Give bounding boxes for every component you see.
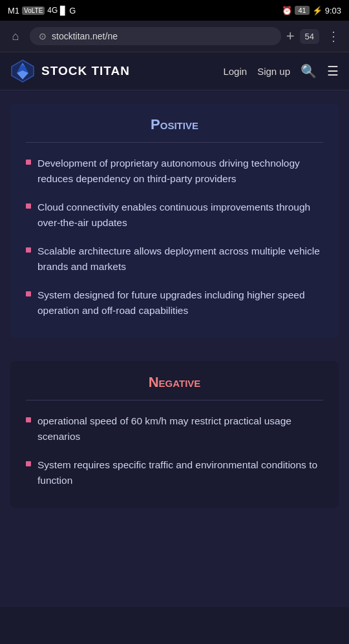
volte-badge: VoLTE (22, 6, 45, 15)
g-icon: G (69, 6, 76, 16)
search-icon[interactable]: 🔍 (301, 63, 317, 79)
logo-area[interactable]: STOCK TITAN (10, 59, 215, 83)
bullet-text: operational speed of 60 km/h may restric… (37, 413, 323, 444)
negative-section: Negative operational speed of 60 km/h ma… (10, 361, 339, 508)
bullet-text: System requires specific traffic and env… (37, 457, 323, 488)
list-item: System requires specific traffic and env… (26, 457, 323, 488)
signup-link[interactable]: Sign up (257, 66, 290, 77)
logo-text: STOCK TITAN (41, 64, 130, 78)
bullet-icon (26, 247, 31, 253)
section-spacer (0, 338, 349, 351)
network-4g: 4G (47, 6, 58, 15)
bullet-icon (26, 291, 31, 296)
site-security-icon: ⊙ (39, 31, 47, 41)
main-content: Positive Development of proprietary auto… (0, 90, 349, 607)
bullet-text: System designed for future upgrades incl… (37, 287, 323, 318)
header-nav: Login Sign up 🔍 ☰ (223, 63, 339, 79)
bullet-text: Scalable architecture allows deployment … (37, 244, 323, 275)
home-button[interactable]: ⌂ (6, 27, 25, 45)
list-item: operational speed of 60 km/h may restric… (26, 413, 323, 444)
bullet-icon (26, 160, 31, 165)
negative-divider (26, 400, 323, 400)
list-item: Cloud connectivity enables continuous im… (26, 200, 323, 231)
status-right: ⏰ 41 ⚡ 9:03 (282, 6, 341, 16)
positive-section-title: Positive (26, 116, 323, 133)
tab-count-button[interactable]: 54 (300, 29, 319, 44)
bullet-icon (26, 203, 31, 209)
signal-icon: ▊ (60, 6, 67, 16)
logo-icon (10, 59, 35, 83)
browser-more-button[interactable]: ⋮ (324, 26, 343, 47)
list-item: Scalable architecture allows deployment … (26, 244, 323, 275)
bullet-text: Cloud connectivity enables continuous im… (37, 200, 323, 231)
carrier-text: M1 (8, 6, 19, 16)
positive-section: Positive Development of proprietary auto… (10, 103, 339, 338)
positive-divider (26, 142, 323, 143)
list-item: Development of proprietary autonomous dr… (26, 156, 323, 187)
menu-icon[interactable]: ☰ (327, 63, 339, 79)
status-bar: M1 VoLTE 4G ▊ G ⏰ 41 ⚡ 9:03 (0, 0, 349, 21)
list-item: System designed for future upgrades incl… (26, 287, 323, 318)
login-link[interactable]: Login (223, 66, 247, 77)
status-left: M1 VoLTE 4G ▊ G (8, 6, 76, 16)
url-bar[interactable]: ⊙ stocktitan.net/ne (30, 27, 281, 45)
site-header: STOCK TITAN Login Sign up 🔍 ☰ (0, 52, 349, 90)
negative-section-title: Negative (26, 374, 323, 391)
charging-icon: ⚡ (312, 6, 323, 16)
bullet-icon (26, 417, 31, 422)
bullet-text: Development of proprietary autonomous dr… (37, 156, 323, 187)
url-text: stocktitan.net/ne (52, 31, 118, 41)
negative-bullet-list: operational speed of 60 km/h may restric… (26, 413, 323, 488)
new-tab-button[interactable]: + (286, 28, 295, 45)
time-display: 9:03 (325, 6, 341, 16)
browser-chrome: ⌂ ⊙ stocktitan.net/ne + 54 ⋮ (0, 21, 349, 52)
battery-indicator: 41 (295, 6, 309, 15)
home-icon: ⌂ (12, 30, 19, 43)
alarm-icon: ⏰ (282, 6, 292, 16)
positive-bullet-list: Development of proprietary autonomous dr… (26, 156, 323, 318)
bullet-icon (26, 461, 31, 466)
